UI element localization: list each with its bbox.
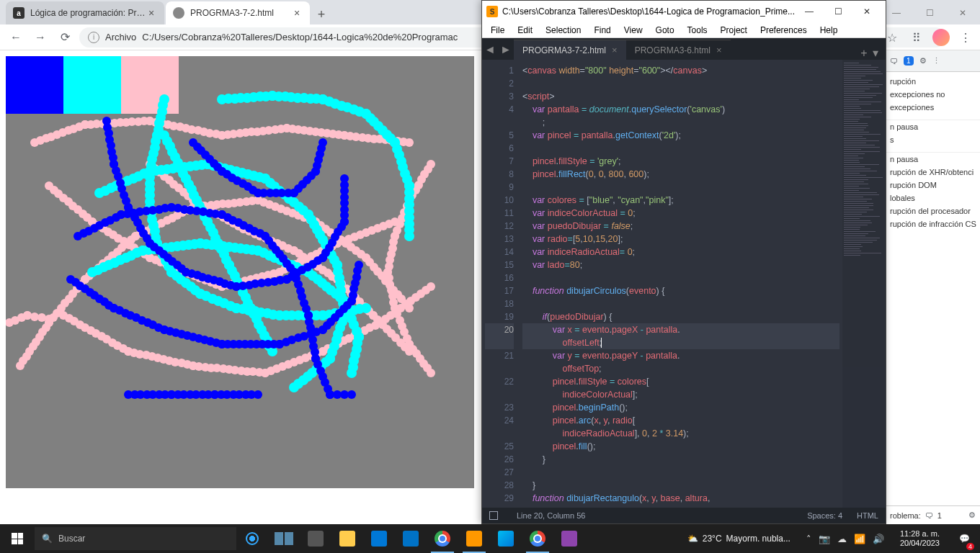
forward-button[interactable]: → <box>30 27 50 48</box>
maximize-button[interactable]: ☐ <box>914 3 945 23</box>
line-number[interactable]: 8 <box>485 168 514 181</box>
tab-dropdown-icon[interactable]: ▾ <box>873 46 886 60</box>
close-button[interactable]: ✕ <box>947 3 979 23</box>
color-swatch-blue[interactable] <box>6 56 63 114</box>
chevron-up-icon[interactable]: ˄ <box>806 534 811 544</box>
menu-selection[interactable]: Selection <box>540 24 587 37</box>
menu-find[interactable]: Find <box>588 24 616 37</box>
code-line[interactable]: var radio=[5,10,15,20]; <box>522 233 839 246</box>
code-line[interactable] <box>522 77 839 90</box>
code-line[interactable]: var pantalla = document.querySelector('c… <box>522 103 839 116</box>
code-line[interactable]: var lado=80; <box>522 258 839 271</box>
menu-icon[interactable]: ⋮ <box>957 29 974 46</box>
extensions-icon[interactable]: ⠿ <box>908 29 925 46</box>
breakpoint-row[interactable]: s <box>886 133 980 146</box>
line-number[interactable]: 11 <box>485 207 514 220</box>
breakpoint-row[interactable]: rupción del procesador <box>886 204 980 217</box>
menu-goto[interactable]: Goto <box>650 24 680 37</box>
gear-icon[interactable]: ⚙ <box>968 511 976 520</box>
code-line[interactable]: pincel.fillStyle = 'grey'; <box>522 155 839 168</box>
close-icon[interactable]: × <box>612 45 618 55</box>
menu-edit[interactable]: Edit <box>512 24 538 37</box>
wifi-icon[interactable]: 📶 <box>854 534 865 544</box>
profile-avatar[interactable] <box>932 29 950 46</box>
new-tab-button[interactable]: + <box>311 4 331 24</box>
color-swatch-cyan[interactable] <box>63 56 121 114</box>
line-gutter[interactable]: 1234567891011121314151617181920212223242… <box>482 60 520 508</box>
menu-preferences[interactable]: Preferences <box>754 24 813 37</box>
start-button[interactable] <box>0 524 35 553</box>
line-number[interactable]: 15 <box>485 258 514 271</box>
code-line[interactable]: indiceColorActual]; <box>522 388 839 401</box>
breakpoint-row[interactable]: n pausa <box>886 120 980 133</box>
code-line[interactable]: function dibujarRectangulo(x, y, base, a… <box>522 492 839 505</box>
close-icon[interactable]: × <box>291 7 303 19</box>
app-button[interactable] <box>300 524 331 553</box>
sublime-button[interactable] <box>458 524 490 553</box>
line-number[interactable]: 22 <box>485 375 514 388</box>
close-icon[interactable]: × <box>146 7 157 19</box>
line-number[interactable]: 4 <box>485 103 514 116</box>
code-line[interactable]: var indiceRadioActual= 0; <box>522 246 839 258</box>
line-number[interactable]: 16 <box>485 271 514 284</box>
code-line[interactable]: function dibujarCirculos(evento) { <box>522 284 839 297</box>
taskbar-clock[interactable]: 11:28 a. m. 20/04/2023 <box>894 529 945 548</box>
line-number[interactable]: 26 <box>485 453 514 466</box>
line-number[interactable]: 9 <box>485 181 514 194</box>
code-line[interactable] <box>522 181 839 194</box>
line-number[interactable]: 28 <box>485 479 514 492</box>
code-line[interactable]: var x = evento.pageX - pantalla. <box>522 323 839 336</box>
devtools-panel[interactable]: 🗨 1 ⚙ ⋮ rupciónexcepciones noexcepciones… <box>885 50 980 524</box>
taskview-button[interactable] <box>268 524 300 553</box>
menu-file[interactable]: File <box>485 24 510 37</box>
back-button[interactable]: ← <box>6 27 26 48</box>
line-number[interactable]: 14 <box>485 246 514 258</box>
line-number[interactable]: 25 <box>485 440 514 453</box>
drawing-canvas[interactable] <box>6 56 474 488</box>
line-number[interactable]: 3 <box>485 90 514 103</box>
status-box-icon[interactable] <box>489 511 498 520</box>
code-line[interactable]: indiceRadioActual], 0, 2 * 3.14); <box>522 427 839 440</box>
maximize-button[interactable]: ☐ <box>824 1 852 22</box>
chrome-button-2[interactable] <box>522 524 553 553</box>
tab-nav-fwd[interactable]: ► <box>498 40 514 60</box>
explorer-button[interactable] <box>331 524 363 553</box>
close-icon[interactable]: × <box>716 45 722 55</box>
code-line[interactable]: <canvas width="800" height="600"></canva… <box>522 64 839 77</box>
menu-project[interactable]: Project <box>715 24 753 37</box>
code-line[interactable]: offsetLeft; <box>522 336 839 349</box>
code-line[interactable]: if(puedoDibujar) { <box>522 310 839 323</box>
code-line[interactable] <box>522 297 839 310</box>
line-number[interactable] <box>485 116 514 129</box>
line-number[interactable]: 21 <box>485 349 514 362</box>
code-line[interactable]: } <box>522 479 839 492</box>
photos-button[interactable] <box>490 524 522 553</box>
tab-nav-back[interactable]: ◄ <box>482 40 498 60</box>
line-number[interactable]: 29 <box>485 492 514 505</box>
line-number[interactable] <box>485 388 514 401</box>
code-line[interactable] <box>522 466 839 479</box>
breakpoint-row[interactable]: excepciones no <box>886 88 980 101</box>
messages-icon[interactable]: 🗨 <box>890 57 898 66</box>
code-line[interactable]: <script> <box>522 90 839 103</box>
code-line[interactable]: pincel.fill(); <box>522 440 839 453</box>
chrome-tab-0[interactable]: a Lógica de programación: Practica × <box>6 1 164 24</box>
line-number[interactable]: 7 <box>485 155 514 168</box>
line-number[interactable]: 20 <box>485 323 514 336</box>
code-line[interactable]: var colores = ["blue", "cyan","pink"]; <box>522 194 839 207</box>
line-number[interactable]: 2 <box>485 77 514 90</box>
line-number[interactable]: 24 <box>485 414 514 427</box>
code-line[interactable]: var pincel = pantalla.getContext('2d'); <box>522 129 839 142</box>
cortana-button[interactable] <box>236 524 268 553</box>
outlook-button[interactable] <box>395 524 427 553</box>
code-line[interactable] <box>522 142 839 155</box>
action-center-button[interactable]: 💬 4 <box>950 524 979 553</box>
onedrive-icon[interactable]: ☁ <box>837 534 847 544</box>
line-number[interactable]: 6 <box>485 142 514 155</box>
code-line[interactable]: offsetTop; <box>522 362 839 375</box>
more-icon[interactable]: ⋮ <box>932 56 940 66</box>
chrome-button[interactable] <box>427 524 458 553</box>
editor-tab-active[interactable]: PROGRMA3-7-2.html × <box>514 40 626 60</box>
breakpoint-row[interactable]: rupción DOM <box>886 179 980 192</box>
indent-info[interactable]: Spaces: 4 <box>807 511 842 520</box>
